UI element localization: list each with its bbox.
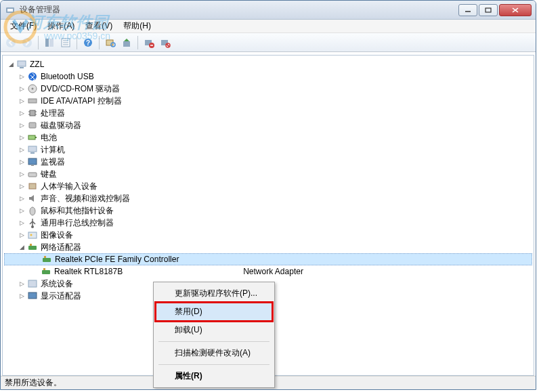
- tree-category-label: DVD/CD-ROM 驱动器: [41, 83, 120, 95]
- tree-category-network[interactable]: ◢ 网络适配器: [4, 241, 532, 253]
- tree-category[interactable]: ▷鼠标和其他指针设备: [4, 204, 532, 217]
- system-icon: [27, 278, 38, 289]
- properties-button[interactable]: [58, 35, 73, 50]
- tree-category-label: 通用串行总线控制器: [41, 217, 114, 229]
- titlebar[interactable]: 设备管理器: [1, 1, 536, 20]
- scan-hardware-button[interactable]: [103, 35, 118, 50]
- network-adapter-icon: [41, 254, 52, 265]
- tree-category[interactable]: ▷处理器: [4, 107, 532, 119]
- display-icon: [27, 290, 38, 301]
- tree-category[interactable]: ▷计算机: [4, 144, 532, 156]
- tree-category[interactable]: ▷磁盘驱动器: [4, 119, 532, 131]
- svg-point-6: [22, 38, 32, 47]
- expand-icon[interactable]: ▷: [18, 109, 26, 117]
- ctx-uninstall[interactable]: 卸载(U): [156, 321, 272, 339]
- back-button[interactable]: [3, 35, 18, 50]
- show-hide-tree-button[interactable]: [42, 35, 57, 50]
- menu-file[interactable]: 文件(F): [5, 19, 42, 33]
- expand-icon[interactable]: ▷: [18, 194, 26, 202]
- expand-icon[interactable]: ▷: [18, 182, 26, 190]
- tree-category[interactable]: ▷人体学输入设备: [4, 180, 532, 192]
- svg-rect-51: [42, 270, 50, 274]
- tree-root-label: ZZL: [30, 58, 44, 70]
- tree-category[interactable]: ▷监视器: [4, 156, 532, 168]
- svg-rect-47: [28, 246, 37, 250]
- tree-category-label: 监视器: [41, 156, 65, 168]
- battery-icon: [27, 132, 38, 143]
- ctx-update-driver[interactable]: 更新驱动程序软件(P)...: [156, 284, 272, 303]
- collapse-icon[interactable]: ◢: [18, 243, 26, 251]
- tree-category[interactable]: ▷DVD/CD-ROM 驱动器: [4, 83, 532, 95]
- expand-icon[interactable]: ▷: [18, 280, 26, 288]
- mouse-icon: [27, 205, 38, 216]
- svg-rect-36: [35, 137, 37, 138]
- disc-icon: [27, 83, 38, 94]
- svg-rect-45: [28, 232, 37, 238]
- menu-help[interactable]: 帮助(H): [118, 19, 156, 33]
- expand-icon[interactable]: ▷: [18, 292, 26, 300]
- image-icon: [27, 230, 38, 240]
- collapse-icon[interactable]: ◢: [7, 60, 15, 68]
- close-button[interactable]: [499, 4, 532, 16]
- uninstall-button[interactable]: [142, 35, 156, 50]
- expand-icon[interactable]: ▷: [18, 72, 26, 81]
- disable-button[interactable]: [158, 35, 173, 50]
- svg-rect-37: [28, 146, 37, 152]
- ctx-separator: [158, 341, 270, 342]
- menubar: 文件(F) 操作(A) 查看(V) 帮助(H): [1, 20, 536, 33]
- monitor-icon: [27, 156, 38, 167]
- update-driver-button[interactable]: [119, 35, 134, 50]
- tree-device-realtek-rtl8187b[interactable]: Realtek RTL8187B Network Adapter: [4, 265, 532, 278]
- ide-icon: [27, 95, 38, 106]
- svg-rect-54: [28, 292, 37, 299]
- ctx-disable[interactable]: 禁用(D): [156, 303, 272, 321]
- forward-button[interactable]: [20, 35, 35, 50]
- ctx-scan-hardware[interactable]: 扫描检测硬件改动(A): [156, 344, 272, 362]
- maximize-button[interactable]: [479, 4, 498, 16]
- tree-root[interactable]: ◢ ZZL: [4, 58, 532, 70]
- expand-icon[interactable]: ▷: [18, 158, 26, 166]
- tree-category-label: 显示适配器: [41, 290, 81, 302]
- svg-rect-24: [20, 67, 24, 68]
- tree-category-label: 处理器: [41, 107, 65, 119]
- expand-icon[interactable]: ▷: [18, 97, 26, 105]
- svg-rect-28: [28, 99, 37, 103]
- menu-view[interactable]: 查看(V): [80, 19, 118, 33]
- ctx-properties[interactable]: 属性(R): [156, 367, 272, 385]
- svg-rect-29: [30, 110, 35, 116]
- expand-icon[interactable]: ▷: [18, 121, 26, 129]
- expand-icon[interactable]: ▷: [18, 170, 26, 178]
- expand-icon[interactable]: ▷: [18, 206, 26, 215]
- expand-icon[interactable]: ▷: [18, 85, 26, 93]
- svg-rect-23: [18, 61, 26, 66]
- tree-category[interactable]: ▷声音、视频和游戏控制器: [4, 192, 532, 204]
- expand-icon[interactable]: ▷: [18, 219, 26, 227]
- svg-point-44: [31, 225, 34, 228]
- tree-category[interactable]: ▷Bluetooth USB: [4, 70, 532, 83]
- minimize-button[interactable]: [458, 4, 477, 16]
- tree-device-label-prefix: Realtek RTL8187B: [54, 265, 123, 278]
- tree-category[interactable]: ▷电池: [4, 131, 532, 144]
- tree-category[interactable]: ▷图像设备: [4, 229, 532, 241]
- toolbar: ?: [1, 33, 536, 52]
- context-menu: 更新驱动程序软件(P)... 禁用(D) 卸载(U) 扫描检测硬件改动(A) 属…: [153, 282, 275, 388]
- tree-category-label: 键盘: [41, 168, 57, 180]
- tree-category[interactable]: ▷键盘: [4, 168, 532, 180]
- computer-icon: [27, 144, 38, 155]
- svg-rect-2: [7, 9, 13, 12]
- tree-category-label: 人体学输入设备: [41, 180, 98, 192]
- tree-device-realtek-pcie[interactable]: Realtek PCIe FE Family Controller: [4, 253, 532, 265]
- tree-category[interactable]: ▷通用串行总线控制器: [4, 217, 532, 229]
- expand-icon[interactable]: ▷: [18, 231, 26, 239]
- expand-icon[interactable]: ▷: [18, 146, 26, 154]
- tree-category[interactable]: ▷IDE ATA/ATAPI 控制器: [4, 95, 532, 107]
- svg-rect-49: [43, 258, 51, 262]
- usb-icon: [27, 217, 38, 228]
- menu-action[interactable]: 操作(A): [42, 19, 80, 33]
- help-button[interactable]: ?: [81, 35, 95, 50]
- expand-icon[interactable]: ▷: [18, 133, 26, 141]
- tree-category-label: 图像设备: [41, 229, 73, 241]
- sound-icon: [27, 193, 38, 204]
- svg-point-27: [32, 88, 34, 90]
- svg-rect-52: [43, 268, 45, 270]
